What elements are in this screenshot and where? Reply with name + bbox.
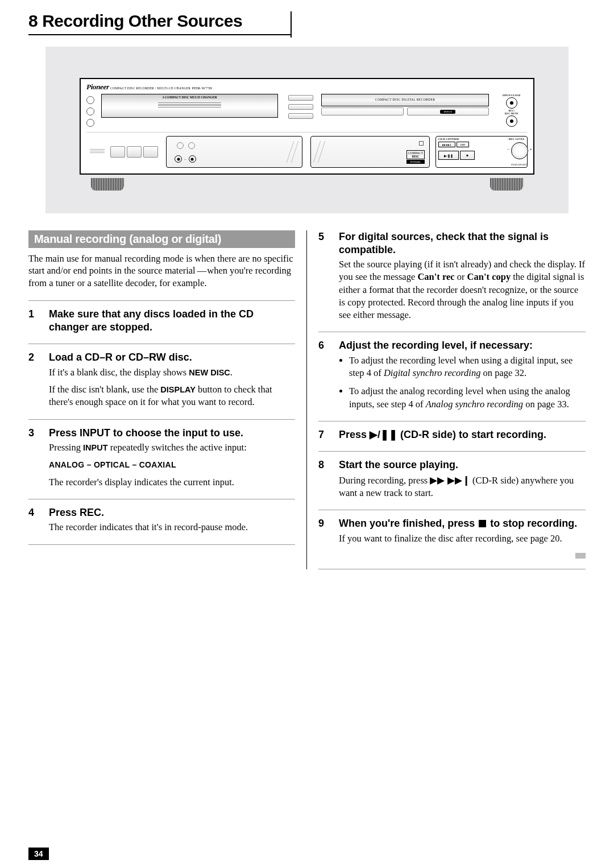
sq-button-3[interactable] [143,146,158,158]
bottom-left-buttons [110,146,158,158]
stop-button[interactable]: ■ [460,151,475,160]
recorder-tray: COMPACT DISC DIGITAL RECORDER [321,94,489,106]
headphone-jack[interactable] [175,155,182,163]
step-text: The recorder's display indicates the cur… [49,476,295,489]
open-close-button[interactable] [506,97,517,109]
chapter-header: 8 Recording Other Sources [28,11,291,35]
sq-button-2[interactable] [127,146,142,158]
step-heading: 1Make sure that any discs loaded in the … [28,300,295,333]
display-left [321,108,403,115]
section-rule [318,569,586,569]
step-text: If it's a blank disc, the display shows … [49,366,295,379]
step-heading: 6Adjust the recording level, if necessar… [318,332,586,352]
column-right: 5For digital sources, check that the sig… [307,230,586,569]
step-title: Press ▶/❚❚ (CD-R side) to start recordin… [339,428,546,441]
step-number: 9 [318,517,329,530]
sq-button-1[interactable] [110,146,125,158]
step-heading: 7Press ▶/❚❚ (CD-R side) to start recordi… [318,421,586,441]
center-button-1[interactable] [288,95,313,101]
center-button-3[interactable] [288,113,313,119]
disc-2-button[interactable] [86,108,94,115]
step-text: Set the source playing (if it isn't alre… [339,258,586,321]
step-number: 6 [318,339,329,352]
step-4: 4Press REC.The recorder indicates that i… [28,499,295,534]
rec-level-knob[interactable] [511,142,528,159]
step-text: Pressing INPUT repeatedly switches the a… [49,441,295,454]
step-body: If it's a blank disc, the display shows … [49,366,295,409]
recorder-panel: COMPACTDISC ReWritable [310,136,430,168]
step-body: To adjust the recording level when using… [339,354,586,411]
brand-subtitle: COMPACT DISC RECORDER / MULTI-CD CHANGER [110,86,190,90]
cdr-control-label: CD-R CONTROL [438,138,460,140]
disc-1-button[interactable] [86,96,94,104]
device-illustration: Pioneer COMPACT DISC RECORDER / MULTI-CD… [45,47,569,213]
bullet-item: To adjust the analog recording level whe… [349,385,586,411]
step-text: The recorder indicates that it's in reco… [49,521,295,534]
step-text: If you want to finalize the disc after r… [339,532,586,545]
step-text: During recording, press ▶▶ ▶▶❙ (CD-R sid… [339,474,586,500]
step-1: 1Make sure that any discs loaded in the … [28,300,295,333]
play-pause-button[interactable]: ▶/❚❚ [438,151,459,160]
step-number: 2 [28,351,39,364]
step-5: 5For digital sources, check that the sig… [318,230,586,321]
step-text: ANALOG – OPTICAL – COAXIAL [49,458,295,471]
rec-mute-label: REC/ REC MUTE [496,109,528,115]
recorder-label: COMPACT DISC DIGITAL RECORDER [375,98,435,101]
end-mark [575,553,586,559]
step-6: 6Adjust the recording level, if necessar… [318,332,586,411]
disc-3-button[interactable] [86,119,94,127]
step-heading: 4Press REC. [28,499,295,519]
rec-mute-button[interactable] [506,115,517,127]
intro-paragraph: The main use for manual recording mode i… [28,253,295,289]
changer-panel: – [166,136,302,168]
center-button-2[interactable] [288,104,313,110]
push-on-off-label: PUSH ON-OFF [511,163,527,166]
step-body: If you want to finalize the disc after r… [339,532,586,559]
step-heading: 8Start the source playing. [318,451,586,472]
side-controls: OPEN/CLOSE REC/ REC MUTE [496,94,528,127]
foot-left [91,178,124,191]
step-text: If the disc isn't blank, use the DISPLAY… [49,383,295,409]
changer-label: 3-COMPACT DISC MULTI CHANGER [163,96,217,99]
rec-level-label: ○REC LEVEL [507,138,525,140]
step-heading: 5For digital sources, check that the sig… [318,230,586,256]
cdr-control-panel: CD-R CONTROL ○REC LEVEL ▶▶ ▶▶❙ DISP ▶/❚❚… [435,136,528,168]
center-buttons [285,94,314,127]
cd-logo: COMPACTDISC ReWritable [406,150,425,164]
display-right: INPUT [407,108,489,115]
ff-button[interactable]: ▶▶ ▶▶❙ [438,142,455,147]
step-3: 3Press INPUT to choose the input to use.… [28,419,295,489]
power-indicator [90,149,105,155]
model-number: PDR-W739 [192,86,212,90]
disp-button[interactable]: DISP [457,142,469,147]
chapter-number: 8 [28,11,38,30]
changer-tray: 3-COMPACT DISC MULTI CHANGER [101,94,278,118]
step-title: Load a CD–R or CD–RW disc. [49,351,192,364]
input-chip: INPUT [440,110,455,114]
step-number: 5 [318,230,329,256]
disc-select-buttons [86,94,94,127]
step-body: Pressing INPUT repeatedly switches the a… [49,441,295,489]
step-heading: 9When you're finished, press to stop rec… [318,510,586,530]
column-left: Manual recording (analog or digital) The… [28,230,307,569]
step-number: 8 [318,458,329,472]
step-title: Make sure that any discs loaded in the C… [49,308,295,333]
step-title: For digital sources, check that the sign… [339,230,586,256]
recorder-section: COMPACT DISC DIGITAL RECORDER INPUT [321,94,489,127]
step-body: The recorder indicates that it's in reco… [49,521,295,534]
step-number: 7 [318,428,329,441]
section-rule [28,544,295,545]
brand-logo: Pioneer [86,82,109,91]
step-8: 8Start the source playing.During recordi… [318,451,586,499]
step-heading: 3Press INPUT to choose the input to use. [28,419,295,440]
step-number: 4 [28,506,39,519]
open-close-label: OPEN/CLOSE [496,94,528,97]
step-number: 1 [28,308,39,333]
device-frame: Pioneer COMPACT DISC RECORDER / MULTI-CD… [80,78,534,175]
step-2: 2Load a CD–R or CD–RW disc.If it's a bla… [28,344,295,408]
chapter-title: Recording Other Sources [42,11,242,30]
step-title: Press REC. [49,506,104,519]
level-knob[interactable] [189,155,196,163]
step-title: Start the source playing. [339,458,458,472]
foot-right [490,178,523,191]
